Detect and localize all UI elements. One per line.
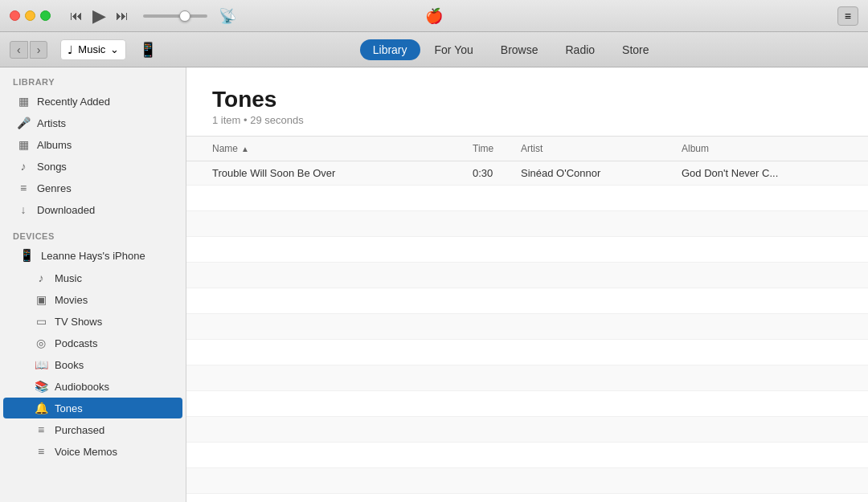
column-name-label: Name [212, 143, 238, 154]
column-artist: Artist [521, 140, 682, 157]
column-time: Time [473, 140, 521, 157]
podcasts-icon: ◎ [34, 337, 48, 349]
table-header: Name ▲ Time Artist Album [186, 136, 868, 161]
empty-row [186, 391, 868, 417]
sidebar-label: Tones [55, 402, 83, 414]
sidebar-label: Recently Added [37, 96, 110, 108]
chevron-down-icon: ⌄ [110, 43, 119, 55]
slider-thumb[interactable] [179, 10, 190, 22]
purchased-icon: ≡ [34, 423, 48, 436]
fastforward-button[interactable]: ⏭ [113, 7, 132, 25]
empty-row [186, 443, 868, 468]
iphone-icon: 📱 [19, 248, 35, 263]
airplay-button[interactable]: 📡 [219, 7, 236, 25]
empty-row [186, 288, 868, 314]
main-layout: Library ▦ Recently Added 🎤 Artists ▦ Alb… [0, 67, 868, 502]
maximize-button[interactable] [40, 10, 51, 21]
movies-icon: ▣ [34, 293, 48, 306]
sidebar-item-genres[interactable]: ≡ Genres [3, 178, 182, 198]
songs-icon: ♪ [16, 160, 31, 173]
source-selector[interactable]: ♩ Music ⌄ [60, 39, 126, 60]
title-bar: ⏮ ▶ ⏭ 📡 🍎 ≡ [0, 0, 868, 32]
sidebar-item-tones[interactable]: 🔔 Tones [3, 398, 182, 418]
device-button[interactable]: 📱 [139, 41, 157, 59]
play-button[interactable]: ▶ [89, 4, 109, 28]
sidebar-label: Movies [55, 294, 88, 306]
sidebar-label: Artists [37, 117, 66, 129]
sidebar-label: Music [55, 272, 82, 284]
apple-logo: 🍎 [425, 7, 443, 25]
sidebar-label: Albums [37, 139, 72, 151]
column-name[interactable]: Name ▲ [212, 140, 473, 157]
devices-label: Devices [13, 231, 55, 241]
music-note-icon: ♩ [68, 43, 73, 56]
empty-row [186, 314, 868, 340]
cell-name: Trouble Will Soon Be Over [212, 161, 473, 185]
sidebar-item-podcasts[interactable]: ◎ Podcasts [3, 333, 182, 353]
rewind-button[interactable]: ⏮ [67, 7, 86, 25]
sidebar-item-audiobooks[interactable]: 📚 Audiobooks [3, 376, 182, 397]
nav-buttons: ‹ › [10, 41, 47, 59]
cell-album: God Don't Never C... [682, 161, 842, 185]
tab-for-you[interactable]: For You [422, 39, 486, 60]
albums-icon: ▦ [16, 138, 31, 151]
tv-shows-icon: ▭ [34, 315, 48, 328]
content-subtitle: 1 item • 29 seconds [212, 114, 842, 126]
sidebar: Library ▦ Recently Added 🎤 Artists ▦ Alb… [0, 67, 186, 502]
tab-browse[interactable]: Browse [488, 39, 551, 60]
content-header: Tones 1 item • 29 seconds [186, 67, 868, 136]
sidebar-item-albums[interactable]: ▦ Albums [3, 134, 182, 155]
source-label: Music [78, 43, 105, 55]
library-section-label: Library [0, 71, 186, 90]
content-title: Tones [212, 87, 842, 112]
audiobooks-icon: 📚 [34, 380, 48, 393]
tab-library[interactable]: Library [360, 39, 420, 60]
recently-added-icon: ▦ [16, 95, 31, 108]
traffic-lights [10, 10, 51, 21]
artists-icon: 🎤 [16, 116, 31, 129]
sidebar-item-music[interactable]: ♪ Music [3, 267, 182, 288]
sidebar-item-movies[interactable]: ▣ Movies [3, 289, 182, 310]
sidebar-item-recently-added[interactable]: ▦ Recently Added [3, 91, 182, 112]
empty-row [186, 237, 868, 263]
sidebar-item-songs[interactable]: ♪ Songs [3, 156, 182, 177]
empty-row [186, 365, 868, 391]
downloaded-icon: ↓ [16, 203, 31, 216]
sidebar-item-artists[interactable]: 🎤 Artists [3, 112, 182, 133]
tab-radio[interactable]: Radio [552, 39, 608, 60]
empty-row [186, 211, 868, 237]
menu-button[interactable]: ≡ [837, 6, 858, 26]
sidebar-label: Voice Memos [55, 446, 117, 458]
books-icon: 📖 [34, 358, 48, 371]
transport-controls: ⏮ ▶ ⏭ [67, 4, 132, 28]
cell-time: 0:30 [473, 161, 521, 185]
genres-icon: ≡ [16, 182, 31, 194]
sidebar-item-downloaded[interactable]: ↓ Downloaded [3, 199, 182, 220]
empty-row [186, 417, 868, 443]
device-name: Leanne Hays's iPhone [41, 250, 145, 262]
empty-row [186, 468, 868, 494]
close-button[interactable] [10, 10, 20, 21]
empty-row [186, 340, 868, 365]
content-area: Tones 1 item • 29 seconds Name ▲ Time Ar… [186, 67, 868, 502]
sidebar-label: Genres [37, 182, 72, 194]
volume-slider[interactable] [143, 14, 207, 18]
slider-track [143, 14, 207, 18]
devices-section: Devices 📱 Leanne Hays's iPhone ♪ Music ▣… [0, 227, 186, 462]
sidebar-label: Downloaded [37, 204, 95, 216]
forward-button[interactable]: › [30, 41, 48, 59]
sidebar-item-purchased[interactable]: ≡ Purchased [3, 419, 182, 440]
minimize-button[interactable] [25, 10, 35, 21]
tones-icon: 🔔 [34, 402, 48, 414]
sidebar-label: Audiobooks [55, 381, 109, 393]
devices-section-label: Devices [0, 227, 186, 244]
sidebar-item-tv-shows[interactable]: ▭ TV Shows [3, 311, 182, 332]
content-table: Name ▲ Time Artist Album Trouble Will So… [186, 136, 868, 502]
sidebar-item-books[interactable]: 📖 Books [3, 354, 182, 375]
sidebar-item-voice-memos[interactable]: ≡ Voice Memos [3, 441, 182, 462]
device-iphone[interactable]: 📱 Leanne Hays's iPhone [0, 244, 186, 267]
table-row[interactable]: Trouble Will Soon Be Over 0:30 Sinéad O'… [186, 161, 868, 186]
voice-memos-icon: ≡ [34, 445, 48, 458]
back-button[interactable]: ‹ [10, 41, 28, 59]
tab-store[interactable]: Store [609, 39, 661, 60]
